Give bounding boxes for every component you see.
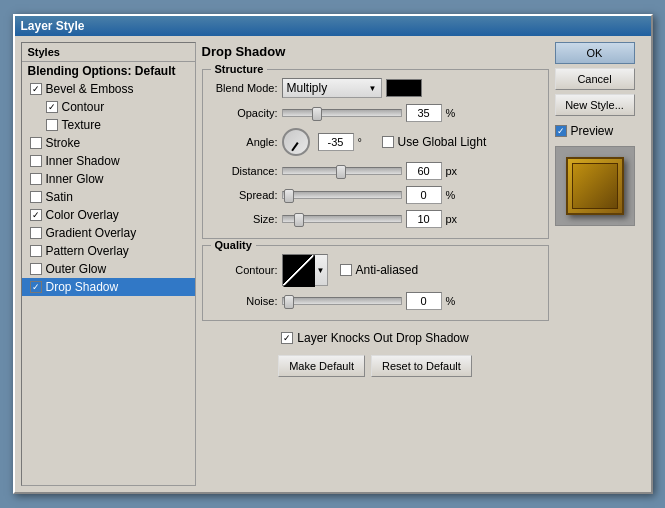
contour-label: Contour: [213, 264, 278, 276]
size-thumb[interactable] [294, 213, 304, 227]
noise-input[interactable] [406, 292, 442, 310]
innerglow-checkbox[interactable] [30, 173, 42, 185]
title-bar: Layer Style [15, 16, 651, 36]
bevel-label: Bevel & Emboss [46, 82, 134, 96]
blendmode-color-swatch[interactable] [386, 79, 422, 97]
layer-knocks-text: Layer Knocks Out Drop Shadow [297, 331, 468, 345]
size-unit: px [446, 213, 462, 225]
reset-to-default-button[interactable]: Reset to Default [371, 355, 472, 377]
size-row: Size: px [213, 210, 538, 228]
sidebar-item-innerglow[interactable]: Inner Glow [22, 170, 195, 188]
spread-input[interactable] [406, 186, 442, 204]
layer-knocks-checkbox[interactable] [281, 332, 293, 344]
cancel-button[interactable]: Cancel [555, 68, 635, 90]
layer-knocks-row: Layer Knocks Out Drop Shadow [202, 331, 549, 345]
angle-input[interactable] [318, 133, 354, 151]
preview-row: Preview [555, 124, 645, 138]
contour-label: Contour [62, 100, 105, 114]
sidebar-item-satin[interactable]: Satin [22, 188, 195, 206]
innershadow-checkbox[interactable] [30, 155, 42, 167]
main-content: Drop Shadow Structure Blend Mode: Multip… [202, 42, 549, 486]
gradientoverlay-checkbox[interactable] [30, 227, 42, 239]
noise-slider[interactable] [282, 297, 402, 305]
blendmode-value: Multiply [287, 81, 328, 95]
distance-slider[interactable] [282, 167, 402, 175]
angle-dial[interactable] [282, 128, 310, 156]
contour-dropdown-button[interactable]: ▼ [314, 254, 328, 286]
structure-label: Structure [211, 63, 268, 75]
blending-label: Blending Options: Default [28, 64, 176, 78]
make-default-button[interactable]: Make Default [278, 355, 365, 377]
sidebar-item-stroke[interactable]: Stroke [22, 134, 195, 152]
angle-unit: ° [358, 136, 374, 148]
sidebar-item-dropshadow[interactable]: Drop Shadow [22, 278, 195, 296]
layer-knocks-label[interactable]: Layer Knocks Out Drop Shadow [281, 331, 468, 345]
distance-row: Distance: px [213, 162, 538, 180]
patternoverlay-label: Pattern Overlay [46, 244, 129, 258]
outerglow-checkbox[interactable] [30, 263, 42, 275]
stroke-checkbox[interactable] [30, 137, 42, 149]
section-title: Drop Shadow [202, 42, 549, 63]
satin-label: Satin [46, 190, 73, 204]
sidebar-item-texture[interactable]: Texture [22, 116, 195, 134]
contour-checkbox[interactable] [46, 101, 58, 113]
spread-row: Spread: % [213, 186, 538, 204]
patternoverlay-checkbox[interactable] [30, 245, 42, 257]
structure-section: Structure Blend Mode: Multiply ▼ Opacity… [202, 69, 549, 239]
preview-checkbox[interactable] [555, 125, 567, 137]
spread-slider[interactable] [282, 191, 402, 199]
size-input[interactable] [406, 210, 442, 228]
preview-image [566, 157, 624, 215]
opacity-label: Opacity: [213, 107, 278, 119]
left-panel: Styles Blending Options: Default Bevel &… [21, 42, 196, 486]
antialiased-label[interactable]: Anti-aliased [340, 263, 419, 277]
sidebar-item-outerglow[interactable]: Outer Glow [22, 260, 195, 278]
noise-row: Noise: % [213, 292, 538, 310]
sidebar-item-coloroverlay[interactable]: Color Overlay [22, 206, 195, 224]
contour-preview[interactable] [282, 254, 314, 286]
quality-label: Quality [211, 239, 256, 251]
distance-thumb[interactable] [336, 165, 346, 179]
antialiased-checkbox[interactable] [340, 264, 352, 276]
sidebar-item-patternoverlay[interactable]: Pattern Overlay [22, 242, 195, 260]
dialog-title: Layer Style [21, 19, 85, 33]
sidebar-item-blending[interactable]: Blending Options: Default [22, 62, 195, 80]
blendmode-dropdown[interactable]: Multiply ▼ [282, 78, 382, 98]
sidebar-item-gradientoverlay[interactable]: Gradient Overlay [22, 224, 195, 242]
bottom-buttons: Make Default Reset to Default [202, 355, 549, 377]
dropshadow-checkbox[interactable] [30, 281, 42, 293]
global-light-text: Use Global Light [398, 135, 487, 149]
dropshadow-label: Drop Shadow [46, 280, 119, 294]
antialiased-text: Anti-aliased [356, 263, 419, 277]
spread-label: Spread: [213, 189, 278, 201]
noise-thumb[interactable] [284, 295, 294, 309]
opacity-thumb[interactable] [312, 107, 322, 121]
distance-input[interactable] [406, 162, 442, 180]
coloroverlay-checkbox[interactable] [30, 209, 42, 221]
coloroverlay-label: Color Overlay [46, 208, 119, 222]
bevel-checkbox[interactable] [30, 83, 42, 95]
quality-section: Quality Contour: ▼ A [202, 245, 549, 321]
spread-thumb[interactable] [284, 189, 294, 203]
stroke-label: Stroke [46, 136, 81, 150]
texture-checkbox[interactable] [46, 119, 58, 131]
blendmode-row: Blend Mode: Multiply ▼ [213, 78, 538, 98]
right-panel: OK Cancel New Style... Preview [555, 42, 645, 486]
noise-label: Noise: [213, 295, 278, 307]
layer-style-dialog: Layer Style Styles Blending Options: Def… [13, 14, 653, 494]
sidebar-item-contour[interactable]: Contour [22, 98, 195, 116]
new-style-button[interactable]: New Style... [555, 94, 635, 116]
sidebar-item-bevel[interactable]: Bevel & Emboss [22, 80, 195, 98]
satin-checkbox[interactable] [30, 191, 42, 203]
svg-marker-0 [283, 255, 315, 287]
distance-label: Distance: [213, 165, 278, 177]
global-light-checkbox[interactable] [382, 136, 394, 148]
opacity-input[interactable] [406, 104, 442, 122]
innerglow-label: Inner Glow [46, 172, 104, 186]
global-light-label[interactable]: Use Global Light [382, 135, 487, 149]
contour-control: ▼ [282, 254, 328, 286]
opacity-slider[interactable] [282, 109, 402, 117]
size-slider[interactable] [282, 215, 402, 223]
sidebar-item-innershadow[interactable]: Inner Shadow [22, 152, 195, 170]
ok-button[interactable]: OK [555, 42, 635, 64]
